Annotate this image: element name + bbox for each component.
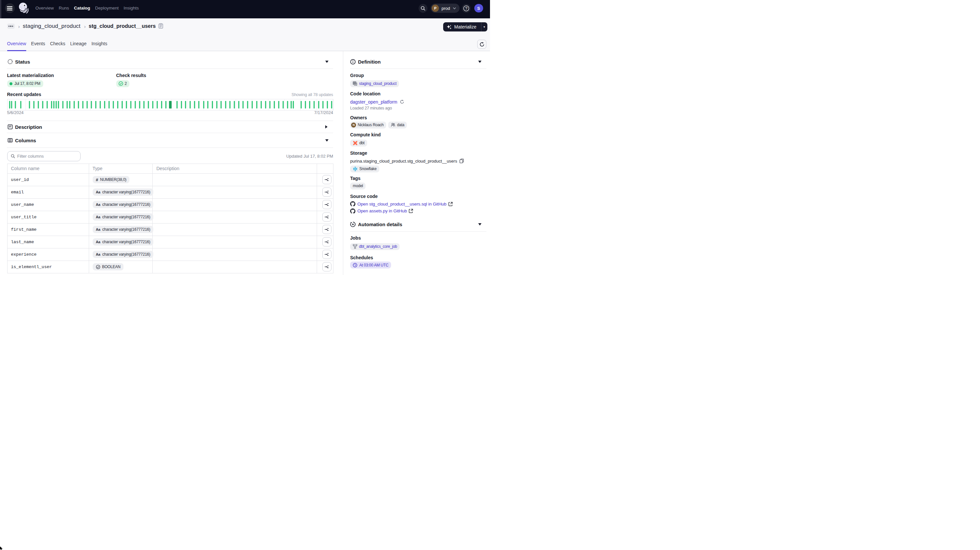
svg-text:?: ? (465, 6, 468, 11)
